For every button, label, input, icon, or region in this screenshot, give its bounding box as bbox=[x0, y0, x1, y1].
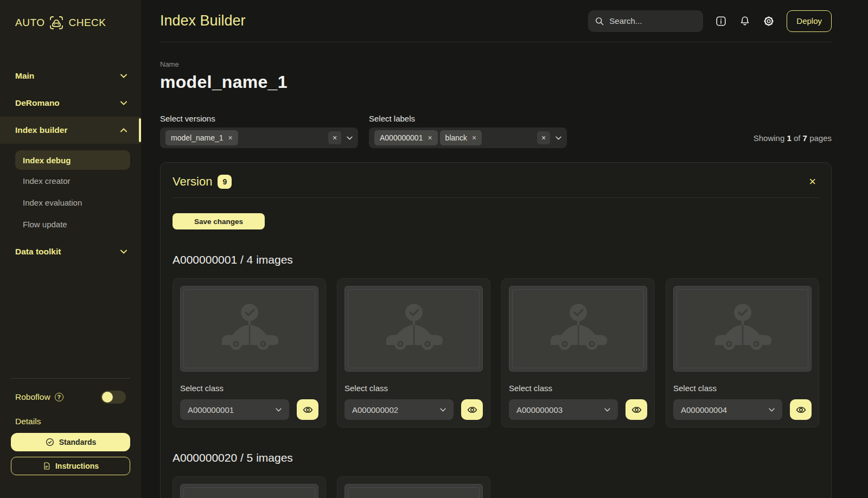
toggle-knob bbox=[102, 392, 113, 403]
brand-word-left: AUTO bbox=[15, 17, 44, 29]
preview-eye-button[interactable] bbox=[790, 399, 812, 420]
preview-eye-button[interactable] bbox=[461, 399, 483, 420]
placeholder-frame bbox=[348, 289, 480, 368]
search-input[interactable] bbox=[609, 16, 691, 25]
class-select-value: A000000004 bbox=[681, 405, 727, 414]
label-chip: A000000001 × bbox=[374, 130, 438, 145]
close-icon[interactable]: × bbox=[806, 175, 819, 189]
version-badge: 9 bbox=[218, 175, 232, 189]
badge-check-icon bbox=[45, 437, 55, 447]
chip-label: model_name_1 bbox=[171, 133, 224, 142]
sidebar: AUTO CHECK Main DeRomano bbox=[0, 0, 141, 498]
select-class-label: Select class bbox=[180, 384, 318, 393]
image-card: Select class A000000003 bbox=[501, 278, 655, 427]
label-chip: blanck × bbox=[440, 130, 482, 145]
deploy-button[interactable]: Deploy bbox=[787, 10, 832, 32]
clear-all-icon[interactable]: × bbox=[328, 131, 341, 144]
standards-button-label: Standards bbox=[59, 438, 96, 446]
search-box[interactable] bbox=[588, 10, 703, 32]
topbar-actions: Deploy bbox=[588, 10, 832, 32]
placeholder-frame bbox=[348, 487, 480, 498]
brand-word-right: CHECK bbox=[68, 17, 106, 29]
chip-label: A000000001 bbox=[380, 133, 423, 142]
select-class-label: Select class bbox=[673, 384, 812, 393]
sidebar-item-flow-update[interactable]: Flow update bbox=[15, 213, 130, 235]
help-icon[interactable]: ? bbox=[55, 393, 63, 401]
chevron-down-icon bbox=[276, 408, 282, 412]
notifications-bell-button[interactable] bbox=[739, 15, 751, 27]
sidebar-item-index-debug[interactable]: Index debug bbox=[15, 150, 130, 170]
paging-status: Showing 1 of 7 pages bbox=[754, 133, 832, 143]
sidebar-item-label: DeRomano bbox=[15, 98, 60, 108]
class-select[interactable]: A000000001 bbox=[180, 399, 289, 420]
placeholder-frame bbox=[512, 289, 644, 368]
class-select[interactable]: A000000004 bbox=[673, 399, 782, 420]
standards-button[interactable]: Standards bbox=[11, 433, 130, 451]
version-title: Version bbox=[173, 175, 212, 189]
chip-label: blanck bbox=[445, 133, 467, 142]
instructions-button-label: Instructions bbox=[55, 462, 99, 470]
sidebar-item-data-toolkit[interactable]: Data toolkit bbox=[0, 238, 141, 265]
labels-label: Select labels bbox=[369, 114, 567, 123]
chip-remove-icon[interactable]: × bbox=[472, 133, 476, 142]
sidebar-item-index-builder[interactable]: Index builder bbox=[0, 117, 141, 144]
labels-filter: Select labels A000000001 × blanck × × bbox=[369, 114, 567, 148]
model-name-block: Name model_name_1 bbox=[160, 60, 832, 92]
car-scan-logo-icon bbox=[48, 15, 65, 31]
info-button[interactable] bbox=[715, 15, 727, 27]
image-cards-grid bbox=[173, 476, 819, 498]
preview-eye-button[interactable] bbox=[297, 399, 318, 420]
select-class-label: Select class bbox=[344, 384, 483, 393]
eye-icon bbox=[302, 404, 314, 416]
sidebar-item-deromano[interactable]: DeRomano bbox=[0, 90, 141, 117]
image-placeholder bbox=[344, 484, 483, 498]
chip-remove-icon[interactable]: × bbox=[427, 133, 432, 142]
chevron-down-icon bbox=[769, 408, 775, 412]
labels-multiselect[interactable]: A000000001 × blanck × × bbox=[369, 127, 567, 148]
save-changes-button[interactable]: Save changes bbox=[173, 213, 265, 229]
sidebar-item-main[interactable]: Main bbox=[0, 62, 141, 90]
chevron-down-icon bbox=[120, 250, 127, 254]
version-card: Version 9 × Save changes A000000001 / 4 … bbox=[160, 162, 832, 498]
paging-current: 1 bbox=[787, 133, 791, 143]
chip-remove-icon[interactable]: × bbox=[228, 133, 233, 142]
placeholder-frame bbox=[676, 289, 808, 368]
eye-icon bbox=[631, 404, 642, 416]
chevron-down-icon bbox=[556, 136, 561, 140]
roboflow-label: Roboflow bbox=[15, 392, 50, 402]
main-content: Index Builder Deploy Name model_name_1 bbox=[141, 0, 868, 498]
page-title: Index Builder bbox=[160, 12, 246, 29]
settings-gear-button[interactable] bbox=[763, 15, 775, 27]
sidebar-item-label: Index builder bbox=[15, 125, 67, 135]
versions-filter: Select versions model_name_1 × × bbox=[160, 114, 358, 148]
sidebar-nav: Main DeRomano Index builder Index debug … bbox=[0, 62, 141, 265]
roboflow-row: Roboflow ? bbox=[11, 391, 130, 404]
version-card-header: Version 9 × bbox=[173, 175, 819, 189]
placeholder-frame bbox=[183, 289, 315, 368]
sidebar-item-index-creator[interactable]: Index creator bbox=[15, 170, 130, 191]
divider bbox=[11, 378, 130, 379]
class-select-value: A000000003 bbox=[516, 405, 563, 414]
preview-eye-button[interactable] bbox=[626, 399, 647, 420]
placeholder-frame bbox=[183, 487, 315, 498]
class-select[interactable]: A000000002 bbox=[344, 399, 454, 420]
image-card: Select class A000000004 bbox=[666, 278, 819, 427]
image-placeholder bbox=[180, 484, 318, 498]
image-placeholder bbox=[180, 286, 318, 372]
versions-multiselect[interactable]: model_name_1 × × bbox=[160, 127, 358, 148]
paging-total: 7 bbox=[803, 133, 807, 143]
index-builder-submenu: Index debug Index creator Index evaluati… bbox=[0, 144, 141, 238]
class-select[interactable]: A000000003 bbox=[509, 399, 618, 420]
sidebar-bottom: Roboflow ? Details Standards Instruction… bbox=[0, 378, 141, 498]
divider bbox=[173, 197, 819, 198]
roboflow-toggle[interactable] bbox=[101, 391, 126, 404]
eye-icon bbox=[467, 404, 478, 416]
versions-label: Select versions bbox=[160, 114, 358, 123]
chevron-down-icon bbox=[440, 408, 446, 412]
instructions-button[interactable]: Instructions bbox=[11, 457, 130, 475]
select-class-label: Select class bbox=[509, 384, 647, 393]
clear-all-icon[interactable]: × bbox=[537, 131, 550, 144]
chevron-down-icon bbox=[120, 101, 127, 105]
image-card bbox=[173, 476, 326, 498]
sidebar-item-index-evaluation[interactable]: Index evaluation bbox=[15, 191, 130, 213]
